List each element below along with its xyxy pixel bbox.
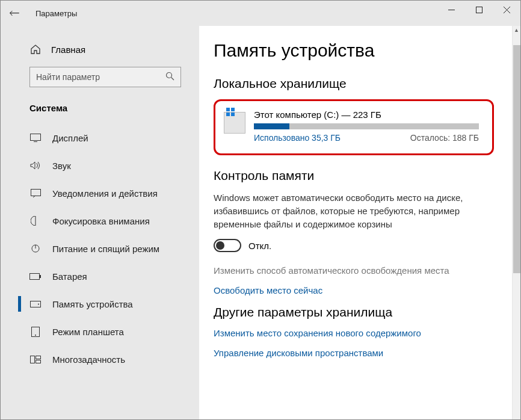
drive-name: Этот компьютер (C:) — 223 ГБ bbox=[254, 110, 479, 120]
back-button[interactable]: 🡐 bbox=[4, 3, 25, 23]
scroll-up-icon: ▲ bbox=[513, 26, 520, 34]
power-icon bbox=[29, 244, 42, 253]
sidebar-item-notifications[interactable]: Уведомления и действия bbox=[1, 179, 199, 207]
svg-line-5 bbox=[171, 77, 174, 80]
sidebar-item-label: Питание и спящий режим bbox=[52, 244, 159, 254]
svg-point-16 bbox=[35, 335, 36, 336]
storage-sense-desc: Windows может автоматически освободить м… bbox=[214, 191, 494, 230]
free-space-now-link[interactable]: Освободить место сейчас bbox=[214, 285, 494, 295]
drive-icon bbox=[224, 112, 245, 134]
multitask-icon bbox=[29, 356, 42, 363]
battery-icon bbox=[29, 273, 42, 280]
drive-remaining: Осталось: 188 ГБ bbox=[410, 133, 479, 143]
home-label: Главная bbox=[51, 45, 85, 55]
search-input[interactable]: Найти параметр bbox=[29, 67, 181, 87]
local-storage-title: Локальное хранилище bbox=[214, 76, 494, 91]
change-save-location-link[interactable]: Изменить место сохранения нового содержи… bbox=[214, 328, 494, 338]
sidebar-item-battery[interactable]: Батарея bbox=[1, 262, 199, 290]
window-title: Параметры bbox=[35, 9, 77, 18]
storage-sense-title: Контроль памяти bbox=[214, 168, 494, 183]
focus-icon bbox=[29, 216, 42, 226]
sidebar-item-focus[interactable]: Фокусировка внимания bbox=[1, 207, 199, 235]
page-title: Память устройства bbox=[214, 40, 494, 61]
drive-c-box[interactable]: Этот компьютер (C:) — 223 ГБ Использован… bbox=[214, 99, 494, 155]
sidebar-item-label: Звук bbox=[52, 161, 71, 171]
svg-rect-18 bbox=[36, 356, 41, 359]
minimize-icon bbox=[448, 7, 455, 13]
toggle-state-label: Откл. bbox=[248, 241, 271, 251]
other-storage-title: Другие параметры хранилища bbox=[214, 305, 494, 320]
usage-bar bbox=[254, 123, 479, 129]
change-auto-free-link: Изменить способ автоматического освобожд… bbox=[214, 265, 494, 276]
sidebar: Главная Найти параметр Система Дисплей bbox=[1, 26, 199, 419]
drive-used: Использовано 35,3 ГБ bbox=[254, 133, 341, 143]
search-placeholder: Найти параметр bbox=[36, 72, 100, 82]
scrollbar-thumb[interactable] bbox=[513, 45, 520, 273]
tablet-icon bbox=[29, 327, 42, 337]
storage-icon bbox=[29, 301, 42, 307]
svg-point-14 bbox=[38, 303, 39, 304]
titlebar: 🡐 Параметры bbox=[1, 1, 520, 26]
display-icon bbox=[29, 134, 42, 142]
storage-spaces-link[interactable]: Управление дисковыми пространствами bbox=[214, 348, 494, 358]
sidebar-item-power[interactable]: Питание и спящий режим bbox=[1, 235, 199, 262]
svg-rect-6 bbox=[31, 134, 41, 141]
sidebar-item-tablet[interactable]: Режим планшета bbox=[1, 318, 199, 345]
notifications-icon bbox=[29, 189, 42, 198]
arrow-left-icon: 🡐 bbox=[9, 7, 20, 20]
search-icon bbox=[165, 72, 174, 83]
window-controls bbox=[437, 1, 520, 26]
sidebar-item-label: Фокусировка внимания bbox=[52, 216, 150, 226]
sidebar-item-label: Память устройства bbox=[52, 299, 133, 309]
minimize-button[interactable] bbox=[437, 1, 465, 19]
close-icon bbox=[504, 7, 510, 13]
home-link[interactable]: Главная bbox=[1, 44, 199, 67]
sidebar-item-label: Дисплей bbox=[52, 133, 88, 143]
svg-rect-11 bbox=[30, 273, 40, 279]
svg-rect-1 bbox=[476, 7, 482, 13]
maximize-button[interactable] bbox=[465, 1, 493, 19]
sidebar-item-sound[interactable]: Звук bbox=[1, 152, 199, 179]
content-scrollbar[interactable]: ▲ bbox=[512, 26, 520, 419]
svg-rect-19 bbox=[36, 360, 41, 363]
sidebar-item-storage[interactable]: Память устройства bbox=[1, 290, 199, 318]
sidebar-item-label: Многозадачность bbox=[52, 354, 125, 365]
svg-point-4 bbox=[167, 72, 172, 78]
svg-rect-12 bbox=[40, 275, 41, 278]
sidebar-item-label: Уведомления и действия bbox=[52, 188, 158, 199]
svg-rect-17 bbox=[31, 356, 35, 363]
sidebar-item-multitask[interactable]: Многозадачность bbox=[1, 345, 199, 373]
sidebar-item-label: Батарея bbox=[52, 271, 87, 282]
sidebar-item-display[interactable]: Дисплей bbox=[1, 124, 199, 152]
sidebar-item-label: Режим планшета bbox=[52, 327, 124, 337]
sidebar-category: Система bbox=[1, 87, 199, 124]
svg-rect-8 bbox=[31, 189, 40, 196]
drive-info: Этот компьютер (C:) — 223 ГБ Использован… bbox=[254, 110, 479, 143]
maximize-icon bbox=[476, 7, 482, 13]
home-icon bbox=[29, 44, 42, 55]
content-area: Память устройства Локальное хранилище Эт… bbox=[199, 26, 512, 419]
sound-icon bbox=[29, 161, 42, 170]
storage-sense-toggle[interactable] bbox=[214, 239, 241, 252]
close-button[interactable] bbox=[493, 1, 520, 19]
usage-bar-fill bbox=[254, 123, 289, 129]
